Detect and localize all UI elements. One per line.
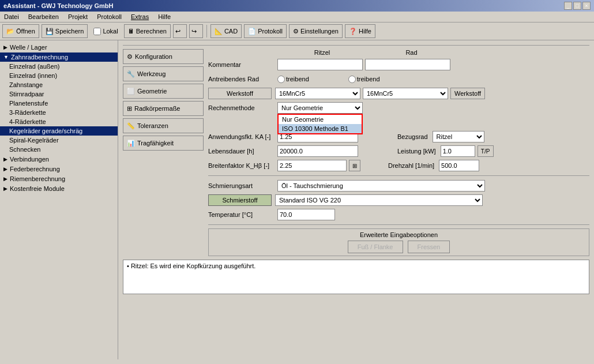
geometrie-icon: ⬜ (127, 88, 135, 95)
dropdown-option-iso10300[interactable]: ISO 10300 Methode B1 (279, 124, 362, 133)
menu-datei[interactable]: Datei (2, 13, 21, 21)
open-button[interactable]: 📂 Öffnen (2, 24, 39, 38)
save-label: Speichern (55, 28, 84, 35)
antreibendes-ritzel-radio-label[interactable]: treibend (277, 76, 309, 83)
kommentar-ritzel-input[interactable] (277, 59, 363, 70)
antreibendes-ritzel-radio[interactable] (277, 76, 285, 83)
sidebar-item-einzelrad-innen[interactable]: Einzelrad (innen) (0, 71, 118, 80)
temperatur-input[interactable] (277, 209, 335, 220)
breitenfaktor-input[interactable] (277, 160, 347, 171)
dropdown-option-nur-geometrie[interactable]: Nur Geometrie (279, 115, 362, 124)
protocol-icon: 📄 (248, 28, 256, 35)
titlebar-controls[interactable]: _ □ × (564, 2, 591, 10)
sidebar-item-zahnstange[interactable]: Zahnstange (0, 80, 118, 89)
sidebar-item-spiral-kegelraeder[interactable]: Spiral-Kegelräder (0, 136, 118, 145)
local-label: Lokal (103, 28, 118, 35)
sidebar-item-federberechnung[interactable]: ▶ Federberechnung (0, 164, 118, 174)
help-button[interactable]: ❓ Hilfe (345, 24, 375, 38)
antreibendes-label: Antreibendes Rad (208, 76, 277, 82)
sidebar-item-3-raeder[interactable]: 3-Räderkette (0, 108, 118, 117)
sidebar-item-schnecken[interactable]: Schnecken (0, 145, 118, 154)
settings-button[interactable]: ⚙ Einstellungen (289, 24, 343, 38)
werkstoff-ritzel-select[interactable]: 16MnCr5 (275, 88, 360, 99)
drehzahl-input[interactable] (439, 160, 479, 171)
fressen-button[interactable]: Fressen (408, 241, 450, 253)
fuss-flanke-button[interactable]: Fuß / Flanke (348, 241, 403, 253)
zahnrad-arrow-icon: ▼ (3, 54, 9, 60)
werkstoff-label-button[interactable]: Werkstoff (208, 88, 272, 99)
toleranzen-button[interactable]: 📏 Toleranzen (123, 118, 204, 133)
sidebar-item-4-raeder[interactable]: 4-Räderkette (0, 117, 118, 126)
undo-button[interactable]: ↩ (173, 24, 187, 38)
lebensdauer-row: Lebensdauer [h] Leistung [kW] T/P (208, 145, 589, 157)
breitenfaktor-label: Breitenfaktor K_Hβ [-] (208, 162, 277, 169)
schmierstoff-button[interactable]: Schmierstoff (208, 194, 272, 206)
sidebar-item-kegelraeder[interactable]: Kegelräder gerade/schräg (0, 126, 118, 136)
sidebar-item-einzelrad-aussen[interactable]: Einzelrad (außen) (0, 62, 118, 71)
kommentar-rad-input[interactable] (365, 59, 450, 70)
local-checkbox[interactable] (93, 28, 101, 35)
local-checkbox-label[interactable]: Lokal (90, 24, 121, 38)
schmierungsart-select[interactable]: Öl - Tauchschmierung (277, 180, 485, 192)
konfiguration-button[interactable]: ⚙ Konfiguration (123, 49, 204, 64)
menu-projekt[interactable]: Projekt (66, 13, 89, 21)
bezugsrad-select[interactable]: Ritzel (433, 131, 484, 142)
schmierstoff-select[interactable]: Standard ISO VG 220 (275, 194, 483, 206)
leistung-tp-button[interactable]: T/P (478, 145, 494, 157)
sidebar-item-welle-lager[interactable]: ▶ Welle / Lager (0, 43, 118, 52)
menu-protokoll[interactable]: Protokoll (95, 13, 123, 21)
save-button[interactable]: 💾 Speichern (42, 24, 88, 38)
breitenfaktor-calc-button[interactable]: ⊞ (349, 160, 360, 171)
antreibendes-rad-radio[interactable] (348, 76, 356, 83)
leistung-label: Leistung [kW] (397, 148, 436, 155)
sidebar-item-planetenstufe[interactable]: Planetenstufe (0, 99, 118, 108)
drehzahl-label: Drehzahl [1/min] (388, 162, 434, 169)
maximize-button[interactable]: □ (573, 2, 581, 10)
konfiguration-label: Konfiguration (135, 53, 172, 60)
schmierungsart-controls: Öl - Tauchschmierung (277, 180, 589, 192)
riemen-arrow-icon: ▶ (3, 176, 7, 182)
save-icon: 💾 (46, 28, 54, 35)
close-button[interactable]: × (582, 2, 591, 10)
leistung-input[interactable] (441, 145, 475, 157)
temperatur-controls (277, 209, 589, 220)
sidebar-group-riemen: ▶ Riemenberechnung (0, 174, 118, 183)
schmierstoff-row: Schmierstoff Standard ISO VG 220 (208, 194, 589, 207)
open-icon: 📂 (6, 28, 14, 35)
cad-button[interactable]: 📐 CAD (210, 24, 242, 38)
werkzeug-button[interactable]: 🔧 Werkzeug (123, 66, 204, 81)
zahnrad-label: Zahnradberechnung (11, 54, 68, 61)
redo-button[interactable]: ↪ (189, 24, 203, 38)
lebensdauer-input[interactable] (277, 145, 358, 157)
sidebar-item-zahnradberechnung[interactable]: ▼ Zahnradberechnung (0, 52, 118, 62)
werkzeug-label: Werkzeug (137, 70, 166, 77)
konfiguration-icon: ⚙ (127, 53, 133, 61)
extended-section: Erweiterte Eingabeoptionen Fuß / Flanke … (208, 228, 589, 256)
calculate-button[interactable]: 🖩 Berechnen (124, 24, 171, 38)
protocol-button[interactable]: 📄 Protokoll (244, 24, 287, 38)
werkstoff-button[interactable]: Werkstoff (450, 88, 485, 99)
minimize-button[interactable]: _ (564, 2, 572, 10)
settings-label: Einstellungen (300, 28, 339, 35)
radkoerpermasze-label: Radkörpermaße (134, 105, 180, 112)
verbindungen-label: Verbindungen (10, 156, 49, 163)
tragfaehigkeit-label: Tragfähigkeit (137, 140, 174, 147)
sidebar-item-kostenfreie-module[interactable]: ▶ Kostenfreie Module (0, 184, 118, 193)
rad-header: Rad (367, 49, 456, 56)
sidebar-item-riemenberechnung[interactable]: ▶ Riemenberechnung (0, 174, 118, 183)
feder-arrow-icon: ▶ (3, 166, 7, 172)
schmierungsart-label: Schmierungsart (208, 182, 277, 189)
radkoerpermasze-button[interactable]: ⊞ Radkörpermaße (123, 101, 204, 116)
sidebar-item-stirnradpaar[interactable]: Stirnradpaar (0, 89, 118, 99)
geometrie-button[interactable]: ⬜ Geometrie (123, 84, 204, 99)
toleranzen-icon: 📏 (127, 122, 135, 130)
menu-extras[interactable]: Extras (129, 13, 151, 21)
werkstoff-rad-select[interactable]: 16MnCr5 (363, 88, 448, 99)
menu-bearbeiten[interactable]: Bearbeiten (27, 13, 61, 21)
menu-hilfe[interactable]: Hilfe (156, 13, 172, 21)
rechenmethode-row: Rechenmethode Nur GeometrieISO 10300 Met… (208, 102, 589, 114)
tragfaehigkeit-button[interactable]: 📊 Tragfähigkeit (123, 136, 204, 151)
sidebar-item-verbindungen[interactable]: ▶ Verbindungen (0, 155, 118, 164)
antreibendes-rad-radio-label[interactable]: treibend (348, 76, 380, 83)
rechenmethode-select[interactable]: Nur GeometrieISO 10300 Methode B1 (277, 102, 363, 114)
